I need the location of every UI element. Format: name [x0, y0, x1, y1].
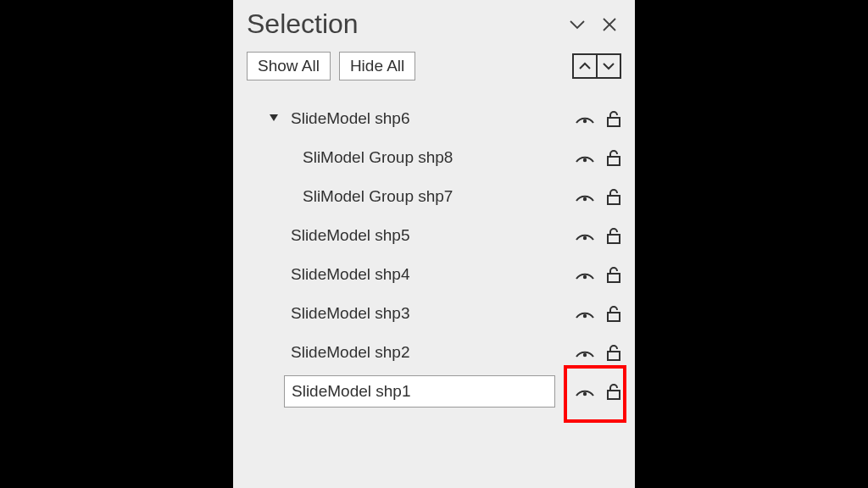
visibility-icon	[576, 151, 594, 164]
svg-point-15	[583, 353, 587, 357]
tree-item[interactable]: SlideModel shp6	[243, 99, 628, 138]
hide-all-button[interactable]: Hide All	[339, 52, 415, 80]
tree-item[interactable]: SlideModel shp3	[243, 294, 628, 333]
svg-rect-14	[608, 313, 620, 321]
toggle-lock-button[interactable]	[604, 109, 623, 128]
tree-item[interactable]: SlideModel shp4	[243, 255, 628, 294]
move-down-button[interactable]	[596, 53, 621, 79]
selection-tree: SlideModel shp6SliModel Group shp8SliMod…	[233, 99, 635, 411]
row-icons	[555, 187, 628, 206]
toggle-lock-button[interactable]	[604, 187, 623, 206]
tree-item-label: SlideModel shp4	[291, 265, 409, 284]
toggle-visibility-button[interactable]	[576, 109, 594, 128]
svg-rect-16	[608, 352, 620, 360]
svg-rect-6	[608, 157, 620, 165]
show-all-button[interactable]: Show All	[247, 52, 331, 80]
chevron-down-icon	[603, 62, 615, 70]
tree-item-label: SliModel Group shp7	[303, 187, 453, 206]
visibility-icon	[576, 307, 594, 320]
move-up-button[interactable]	[572, 53, 598, 79]
toggle-visibility-button[interactable]	[576, 304, 594, 323]
svg-marker-2	[270, 114, 278, 121]
tree-item[interactable]: SlideModel shp1	[243, 372, 628, 411]
svg-point-9	[583, 236, 587, 240]
row-icons	[555, 109, 628, 128]
tree-item[interactable]: SlideModel shp2	[243, 333, 628, 372]
unlock-icon	[605, 187, 622, 206]
svg-rect-10	[608, 235, 620, 243]
visibility-icon	[576, 112, 594, 125]
svg-rect-4	[608, 118, 620, 126]
tree-item-label: SlideModel shp5	[291, 226, 409, 245]
tree-item[interactable]: SliModel Group shp7	[243, 177, 628, 216]
toggle-lock-button[interactable]	[604, 226, 623, 245]
toggle-visibility-button[interactable]	[576, 382, 594, 401]
row-icons	[555, 382, 628, 401]
tree-item-label: SliModel Group shp8	[303, 148, 453, 167]
chevron-down-icon	[569, 19, 586, 30]
unlock-icon	[605, 343, 622, 362]
expander[interactable]	[267, 114, 281, 123]
tree-item-label: SlideModel shp1	[292, 382, 410, 401]
unlock-icon	[605, 109, 622, 128]
visibility-icon	[576, 385, 594, 398]
panel-header: Selection	[233, 0, 635, 40]
visibility-icon	[576, 229, 594, 242]
expanded-triangle-icon	[270, 114, 278, 123]
row-icons	[555, 226, 628, 245]
visibility-icon	[576, 268, 594, 281]
chevron-up-icon	[579, 62, 591, 70]
panel-toolbar: Show All Hide All	[233, 40, 635, 99]
selection-panel: Selection Show All Hide All	[233, 0, 635, 488]
tree-item-label: SlideModel shp2	[291, 343, 409, 362]
svg-point-7	[583, 197, 587, 201]
svg-point-13	[583, 314, 587, 318]
toggle-lock-button[interactable]	[604, 304, 623, 323]
svg-point-11	[583, 275, 587, 279]
svg-rect-12	[608, 274, 620, 282]
svg-point-17	[583, 392, 587, 396]
toggle-visibility-button[interactable]	[576, 343, 594, 362]
tree-item-label: SlideModel shp3	[291, 304, 409, 323]
toggle-lock-button[interactable]	[604, 343, 623, 362]
svg-rect-18	[608, 391, 620, 399]
panel-title: Selection	[247, 8, 557, 40]
tree-item[interactable]: SlideModel shp5	[243, 216, 628, 255]
unlock-icon	[605, 265, 622, 284]
row-icons	[555, 265, 628, 284]
toggle-lock-button[interactable]	[604, 382, 623, 401]
visibility-icon	[576, 190, 594, 203]
row-icons	[555, 304, 628, 323]
toggle-visibility-button[interactable]	[576, 187, 594, 206]
tree-item[interactable]: SliModel Group shp8	[243, 138, 628, 177]
collapse-panel-button[interactable]	[565, 13, 589, 36]
toggle-visibility-button[interactable]	[576, 226, 594, 245]
visibility-icon	[576, 346, 594, 359]
toggle-lock-button[interactable]	[604, 148, 623, 167]
tree-item-label: SlideModel shp6	[291, 109, 409, 128]
row-icons	[555, 148, 628, 167]
svg-rect-8	[608, 196, 620, 204]
reorder-buttons	[572, 53, 621, 79]
svg-point-5	[583, 158, 587, 162]
close-panel-button[interactable]	[598, 13, 621, 36]
toggle-visibility-button[interactable]	[576, 148, 594, 167]
svg-point-3	[583, 119, 587, 123]
toggle-visibility-button[interactable]	[576, 265, 594, 284]
unlock-icon	[605, 226, 622, 245]
unlock-icon	[605, 148, 622, 167]
unlock-icon	[605, 304, 622, 323]
row-icons	[555, 343, 628, 362]
toggle-lock-button[interactable]	[604, 265, 623, 284]
unlock-icon	[605, 382, 622, 401]
close-icon	[603, 18, 616, 31]
